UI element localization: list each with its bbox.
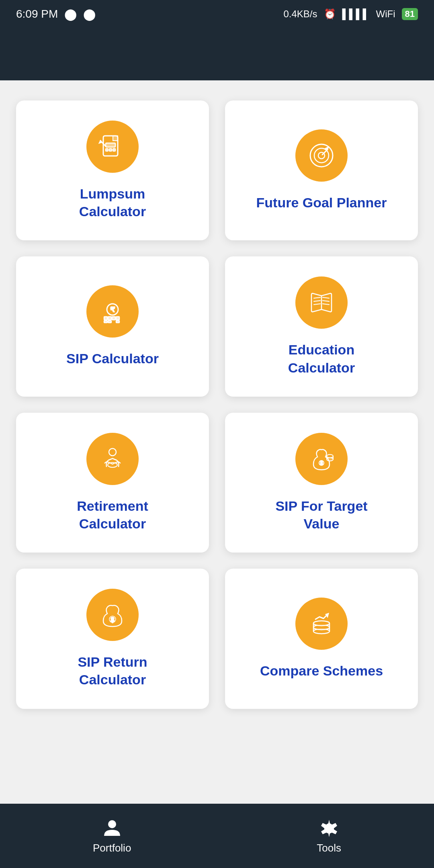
svg-marker-8 — [99, 141, 102, 143]
dot-icon-2: ⬤ — [83, 8, 96, 21]
future-goal-planner-label: Future Goal Planner — [256, 194, 387, 211]
person-icon — [102, 818, 122, 838]
sip-target-value-label: SIP For TargetValue — [275, 497, 367, 532]
svg-point-30 — [109, 448, 116, 456]
svg-marker-13 — [325, 147, 328, 149]
sip-target-icon: $ — [307, 445, 336, 473]
svg-rect-21 — [108, 321, 111, 323]
cards-grid: LumpsumCalculator Future Goal Planner — [16, 100, 418, 709]
svg-line-26 — [314, 304, 320, 305]
svg-line-12 — [322, 149, 328, 155]
sip-return-calculator-label: SIP ReturnCalculator — [78, 653, 147, 688]
compare-schemes-label: Compare Schemes — [260, 662, 383, 680]
compare-schemes-card[interactable]: Compare Schemes — [225, 569, 418, 708]
svg-point-46 — [313, 621, 330, 626]
education-icon — [307, 289, 336, 317]
svg-rect-18 — [112, 317, 115, 320]
alarm-icon: ⏰ — [324, 8, 336, 20]
svg-point-9 — [310, 144, 333, 167]
svg-rect-3 — [106, 143, 115, 147]
battery-icon: 81 — [402, 8, 418, 20]
compare-icon-circle — [295, 598, 348, 650]
sip-return-icon: $ — [98, 601, 127, 629]
main-content: LumpsumCalculator Future Goal Planner — [0, 80, 434, 804]
sip-icon: ₹ — [98, 297, 127, 326]
nav-portfolio[interactable]: Portfolio — [93, 818, 131, 854]
target-icon — [307, 141, 336, 170]
compare-icon — [307, 610, 336, 638]
time: 6:09 PM — [16, 8, 58, 20]
retirement-icon-circle — [86, 433, 139, 485]
svg-line-28 — [323, 301, 329, 301]
nav-tools-label: Tools — [317, 842, 341, 854]
retirement-calculator-card[interactable]: RetirementCalculator — [16, 413, 209, 553]
lumpsum-calculator-label: LumpsumCalculator — [79, 185, 146, 220]
svg-line-27 — [323, 297, 329, 298]
svg-point-37 — [327, 458, 333, 461]
sip-return-icon-circle: $ — [86, 589, 139, 641]
svg-rect-22 — [116, 321, 119, 323]
calculator-icon — [98, 133, 127, 161]
sip-calculator-card[interactable]: ₹ SIP Calculator — [16, 256, 209, 396]
wifi-icon: WiFi — [376, 8, 395, 20]
network-speed: 0.4KB/s — [283, 8, 317, 20]
sip-target-value-card[interactable]: $ SIP For TargetValue — [225, 413, 418, 553]
svg-rect-6 — [113, 149, 115, 151]
svg-rect-19 — [116, 317, 119, 320]
header — [0, 28, 434, 80]
svg-text:$: $ — [320, 461, 323, 465]
svg-point-31 — [108, 463, 117, 467]
svg-rect-16 — [104, 317, 107, 320]
education-icon-circle — [295, 276, 348, 329]
sip-return-calculator-card[interactable]: $ SIP ReturnCalculator — [16, 569, 209, 708]
sip-calculator-label: SIP Calculator — [66, 350, 159, 367]
lumpsum-icon-circle — [86, 121, 139, 173]
sip-icon-circle: ₹ — [86, 285, 139, 338]
svg-point-34 — [327, 454, 333, 458]
signal-icon: ▌▌▌▌ — [342, 8, 370, 20]
retirement-calculator-label: RetirementCalculator — [77, 497, 148, 532]
education-calculator-label: EducationCalculator — [288, 341, 355, 376]
education-calculator-card[interactable]: EducationCalculator — [225, 256, 418, 396]
svg-line-29 — [323, 304, 329, 305]
future-goal-planner-card[interactable]: Future Goal Planner — [225, 100, 418, 240]
future-goal-icon-circle — [295, 129, 348, 182]
svg-line-25 — [314, 301, 320, 301]
svg-line-24 — [314, 297, 320, 298]
svg-rect-17 — [108, 317, 111, 320]
svg-text:₹: ₹ — [111, 306, 115, 313]
bottom-nav: Portfolio Tools — [0, 804, 434, 868]
status-right: 0.4KB/s ⏰ ▌▌▌▌ WiFi 81 — [283, 8, 418, 20]
svg-rect-20 — [104, 321, 107, 323]
lumpsum-calculator-card[interactable]: LumpsumCalculator — [16, 100, 209, 240]
svg-rect-5 — [109, 149, 112, 151]
svg-rect-4 — [106, 149, 108, 151]
nav-tools[interactable]: Tools — [317, 818, 341, 854]
status-left: 6:09 PM ⬤ ⬤ — [16, 8, 96, 21]
dot-icon: ⬤ — [64, 8, 77, 21]
sip-target-icon-circle: $ — [295, 433, 348, 485]
retirement-icon — [98, 445, 127, 473]
gear-icon — [319, 818, 339, 838]
status-bar: 6:09 PM ⬤ ⬤ 0.4KB/s ⏰ ▌▌▌▌ WiFi 81 — [0, 0, 434, 28]
svg-point-48 — [108, 820, 116, 828]
nav-portfolio-label: Portfolio — [93, 842, 131, 854]
